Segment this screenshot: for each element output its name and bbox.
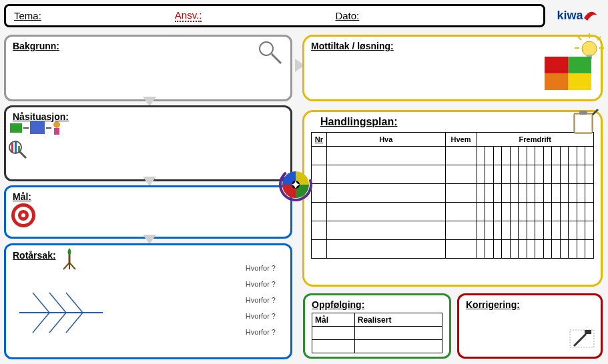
cell-progress	[560, 165, 569, 184]
cell-progress	[477, 240, 485, 259]
cell-progress	[585, 147, 594, 165]
svg-line-10	[19, 151, 26, 158]
cell-progress	[477, 165, 485, 184]
cell-progress	[510, 184, 519, 203]
cell-hvem	[445, 221, 477, 240]
cell-progress	[585, 221, 594, 240]
cell-hva	[326, 240, 445, 259]
cell-progress	[535, 221, 544, 240]
cell-realisert	[354, 327, 442, 340]
table-row	[312, 165, 594, 184]
cell-hva	[326, 203, 445, 221]
cell-hva	[326, 165, 445, 184]
cell-progress	[535, 240, 544, 259]
cell-progress	[527, 165, 535, 184]
title-bakgrunn: Bakgrunn:	[13, 41, 284, 51]
cell-progress	[535, 147, 544, 165]
cell-progress	[493, 203, 502, 221]
cell-progress	[485, 203, 494, 221]
cell-progress	[560, 203, 569, 221]
cell-progress	[535, 203, 544, 221]
table-row	[312, 221, 594, 240]
col-nr: Nr	[312, 133, 327, 147]
pdca-wheel-icon	[279, 168, 312, 201]
cell-progress	[560, 147, 569, 165]
cell-progress	[569, 240, 577, 259]
flow-arrow-icon	[143, 235, 156, 244]
cell-progress	[560, 240, 569, 259]
handlingsplan-table: Nr Hva Hvem Fremdrift	[311, 132, 594, 259]
cell-progress	[577, 240, 585, 259]
cell-progress	[543, 240, 552, 259]
cell-progress	[510, 221, 519, 240]
cell-progress	[493, 147, 502, 165]
cell-progress	[560, 184, 569, 203]
cell-progress	[577, 165, 585, 184]
header: Tema: Ansv.: Dato: kiwa	[4, 4, 604, 27]
table-row	[312, 147, 594, 165]
cell-progress	[493, 221, 502, 240]
svg-line-22	[66, 313, 83, 333]
title-oppfolging: Oppfølging:	[312, 299, 442, 310]
table-row	[312, 240, 594, 259]
cell-progress	[485, 147, 494, 165]
svg-line-19	[66, 293, 83, 313]
svg-rect-36	[585, 330, 591, 334]
cell-progress	[552, 184, 561, 203]
hvorfor-item: Hvorfor ?	[246, 324, 276, 340]
label-dato: Dato:	[335, 10, 359, 21]
cell-progress	[519, 147, 527, 165]
cell-progress	[543, 165, 552, 184]
clipboard-icon	[569, 109, 599, 136]
svg-rect-3	[30, 121, 45, 134]
svg-rect-7	[15, 141, 17, 153]
cell-nr	[312, 203, 327, 221]
cell-progress	[552, 221, 561, 240]
header-bar: Tema: Ansv.: Dato:	[4, 4, 545, 27]
oppfolging-table: Mål Realisert	[312, 313, 442, 353]
cell-progress	[493, 184, 502, 203]
cell-progress	[493, 240, 502, 259]
svg-line-20	[33, 313, 49, 333]
col-mal: Mål	[312, 313, 355, 327]
svg-line-24	[578, 37, 581, 40]
cell-progress	[510, 240, 519, 259]
panel-nasituasjon: Nåsituasjon:	[4, 105, 292, 181]
cell-progress	[585, 184, 594, 203]
fishbone-icon	[19, 289, 106, 336]
cell-progress	[569, 221, 577, 240]
cell-progress	[543, 203, 552, 221]
cell-nr	[312, 240, 327, 259]
cell-progress	[502, 165, 511, 184]
hvorfor-list: Hvorfor ? Hvorfor ? Hvorfor ? Hvorfor ? …	[246, 260, 276, 340]
cell-progress	[577, 147, 585, 165]
cell-progress	[477, 221, 485, 240]
svg-point-4	[53, 121, 60, 128]
cell-realisert	[354, 340, 442, 353]
panel-mottiltak: Mottiltak / løsning:	[302, 35, 603, 101]
cell-nr	[312, 165, 327, 184]
title-mottiltak: Mottiltak / løsning:	[311, 41, 594, 51]
cell-progress	[543, 184, 552, 203]
cell-progress	[585, 203, 594, 221]
col-hva: Hva	[326, 133, 445, 147]
svg-point-0	[260, 42, 273, 55]
table-row	[312, 340, 442, 353]
cell-progress	[519, 184, 527, 203]
svg-rect-2	[10, 123, 22, 133]
svg-line-18	[49, 293, 66, 313]
adjust-icon	[567, 326, 597, 353]
cell-progress	[577, 184, 585, 203]
target-icon	[10, 202, 37, 229]
cell-progress	[569, 165, 577, 184]
svg-point-28	[582, 41, 597, 56]
cell-progress	[510, 203, 519, 221]
panel-handlingsplan: Handlingsplan: Nr Hva Hvem Fremdrift	[302, 110, 603, 287]
cell-hva	[326, 147, 445, 165]
cell-progress	[543, 147, 552, 165]
flow-arrow-icon	[143, 97, 156, 106]
flow-arrow-icon	[143, 177, 156, 186]
svg-line-1	[272, 54, 281, 63]
cell-progress	[535, 184, 544, 203]
col-realisert: Realisert	[354, 313, 442, 327]
